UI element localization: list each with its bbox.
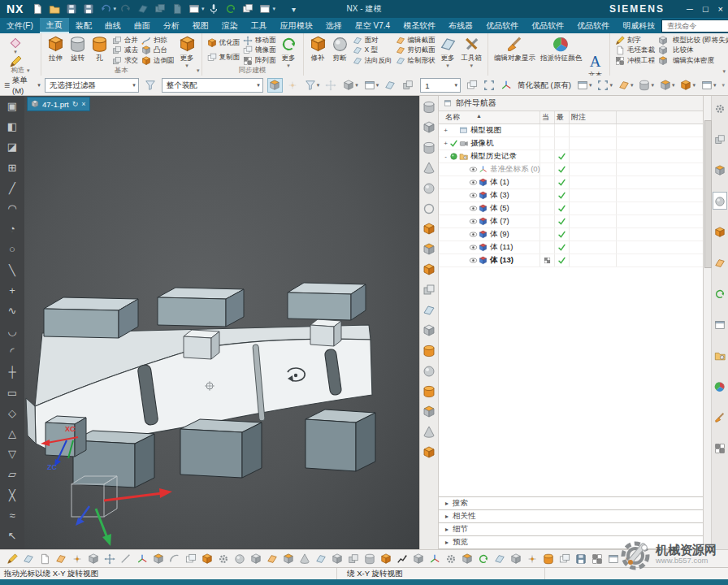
part-navigator-icon[interactable] bbox=[713, 192, 727, 210]
mirror-face-button[interactable]: 镜像面 bbox=[241, 46, 278, 56]
cut-icon[interactable] bbox=[137, 3, 150, 15]
split-body-icon[interactable] bbox=[422, 323, 436, 337]
bottom-toolbar-overflow-icon[interactable]: ▾ bbox=[626, 556, 629, 562]
more-surface-button[interactable]: 更多▾ bbox=[437, 35, 459, 68]
die-engineering-button[interactable]: 冲模工程 bbox=[613, 55, 656, 66]
display-icon[interactable]: ▣ bbox=[7, 101, 17, 111]
roles-icon[interactable] bbox=[713, 408, 727, 426]
tab-render[interactable]: 渲染 bbox=[215, 18, 245, 33]
blank-nesting-button[interactable]: 毛坯套裁 bbox=[613, 46, 656, 56]
sketch-icon[interactable]: ▾ bbox=[6, 36, 24, 54]
snap-point-icon[interactable] bbox=[267, 78, 283, 93]
gear-icon[interactable] bbox=[218, 552, 229, 566]
tab-tools[interactable]: 工具 bbox=[245, 18, 274, 33]
save-icon[interactable] bbox=[66, 3, 79, 15]
column-current[interactable]: 当 bbox=[540, 111, 554, 124]
sheet-tool-icon[interactable] bbox=[315, 552, 327, 566]
close-button[interactable]: × bbox=[718, 4, 723, 14]
materials-icon[interactable] bbox=[713, 377, 727, 395]
graphics-window[interactable]: 47-1.prt ↻ × bbox=[24, 96, 419, 549]
point-icon[interactable]: + bbox=[9, 285, 15, 296]
gallery-expand-icon[interactable]: ▾ bbox=[197, 67, 200, 74]
cylinder-tool-icon[interactable] bbox=[364, 552, 375, 566]
tree-row[interactable]: + 摄像机 bbox=[439, 137, 703, 150]
edit-solid-density-button[interactable]: 编辑实体密度 bbox=[656, 55, 728, 66]
selection-scope-select[interactable]: 整个装配▾ bbox=[162, 78, 263, 93]
tree-row[interactable]: 体 (7) bbox=[439, 215, 703, 228]
cone-icon[interactable] bbox=[422, 160, 436, 175]
parallelogram-icon[interactable]: ▱ bbox=[8, 469, 16, 479]
screenshot-icon[interactable]: ▾ bbox=[188, 3, 205, 15]
tab-xingkong[interactable]: 星空 V7.4 bbox=[349, 18, 396, 33]
tab-youpin-3[interactable]: 优品软件 bbox=[570, 18, 616, 33]
tab-view[interactable]: 视图 bbox=[186, 18, 215, 33]
selection-filter-icon[interactable]: ▾ bbox=[303, 78, 322, 93]
tab-analysis[interactable]: 分析 bbox=[157, 18, 186, 33]
hd3d-tools-icon[interactable] bbox=[713, 254, 727, 271]
snap-midpoint-icon[interactable] bbox=[285, 78, 301, 93]
constraint-navigator-icon[interactable] bbox=[713, 161, 727, 179]
select-solid-icon[interactable]: ▾ bbox=[341, 78, 360, 93]
nav-section-header[interactable]: ▸ 细节 bbox=[439, 522, 703, 535]
sketch-tool-icon[interactable]: ◪ bbox=[7, 141, 17, 152]
cylinder2-icon[interactable] bbox=[543, 552, 554, 566]
move-object-icon[interactable] bbox=[104, 552, 115, 566]
clip-section-toggle-icon[interactable]: ▾ bbox=[658, 78, 677, 93]
sheet2-icon[interactable] bbox=[494, 552, 505, 566]
render-style-icon[interactable]: ▾ bbox=[678, 78, 697, 93]
triangle-down-icon[interactable]: ▽ bbox=[8, 448, 16, 459]
unite-button[interactable]: 合并 bbox=[110, 35, 140, 46]
boss-orange-icon[interactable] bbox=[283, 552, 294, 566]
emboss-icon[interactable] bbox=[422, 444, 436, 459]
csys2-icon[interactable] bbox=[429, 552, 440, 566]
tree-row[interactable]: + 模型视图 bbox=[439, 124, 703, 137]
move-component-icon[interactable] bbox=[323, 78, 339, 93]
select-rectangle-icon[interactable]: ▾ bbox=[362, 78, 381, 93]
command-search-input[interactable] bbox=[665, 21, 728, 31]
analysis-chart-icon[interactable] bbox=[396, 552, 408, 566]
segment-icon[interactable]: ╲ bbox=[9, 265, 15, 275]
arc-icon[interactable]: ◠ bbox=[7, 203, 16, 214]
primitive-icon[interactable]: ⊞ bbox=[8, 162, 17, 173]
tab-select[interactable]: 选择 bbox=[319, 18, 349, 33]
text-button[interactable]: A文本 bbox=[584, 35, 606, 76]
line-icon[interactable]: ╱ bbox=[9, 183, 15, 193]
tab-youpin-1[interactable]: 优品软件 bbox=[479, 18, 525, 33]
vector-icon[interactable] bbox=[120, 552, 132, 566]
window-tool-icon[interactable] bbox=[608, 552, 619, 566]
sync-tool-icon[interactable] bbox=[478, 552, 489, 566]
tab-curve[interactable]: 曲线 bbox=[98, 18, 128, 33]
tab-surface[interactable]: 曲面 bbox=[128, 18, 157, 33]
pocket-icon[interactable] bbox=[422, 241, 436, 256]
copy-icon[interactable] bbox=[154, 3, 167, 15]
unite-icon[interactable] bbox=[422, 282, 436, 297]
arc-measure-icon[interactable] bbox=[169, 552, 180, 566]
tab-youpin-2[interactable]: 优品软件 bbox=[525, 18, 570, 33]
nav-section-header[interactable]: ▸ 搜索 bbox=[439, 496, 703, 509]
cut-body-button[interactable]: 剪断 bbox=[329, 35, 351, 64]
chamfer-icon[interactable] bbox=[422, 404, 436, 418]
torus-icon[interactable] bbox=[422, 201, 436, 215]
assembly-navigator-icon[interactable] bbox=[713, 130, 727, 148]
history-icon[interactable] bbox=[713, 346, 727, 364]
boss-button[interactable]: 凸台 bbox=[140, 46, 176, 56]
sort-ascending-icon[interactable]: ▲ bbox=[476, 113, 482, 119]
column-suppressed[interactable]: 最 bbox=[554, 111, 569, 124]
cone-tool-icon[interactable] bbox=[299, 552, 310, 566]
model-compare-button[interactable]: 模型比较 (即将失效) bbox=[656, 35, 728, 46]
more-basic-button[interactable]: 更多▾ bbox=[176, 35, 198, 68]
sphere-tool-icon[interactable] bbox=[234, 552, 245, 566]
tab-mingwei[interactable]: 明威科技 bbox=[616, 18, 661, 33]
open-icon[interactable] bbox=[49, 3, 62, 15]
cross-icon[interactable]: ╳ bbox=[9, 490, 15, 500]
face-pair-button[interactable]: 面对 bbox=[351, 35, 394, 46]
orange-cube-icon[interactable] bbox=[380, 552, 392, 566]
tree-row[interactable]: 体 (11) bbox=[439, 241, 703, 254]
block-icon[interactable] bbox=[422, 119, 436, 134]
parting-icon[interactable] bbox=[713, 439, 727, 457]
redo-icon[interactable] bbox=[120, 3, 133, 15]
view-layout-icon[interactable] bbox=[465, 78, 479, 93]
windows-tool-icon[interactable] bbox=[559, 552, 570, 566]
clip-section-button[interactable]: 剪切截面 bbox=[394, 46, 437, 56]
sweep-button[interactable]: 扫掠 bbox=[140, 35, 176, 46]
